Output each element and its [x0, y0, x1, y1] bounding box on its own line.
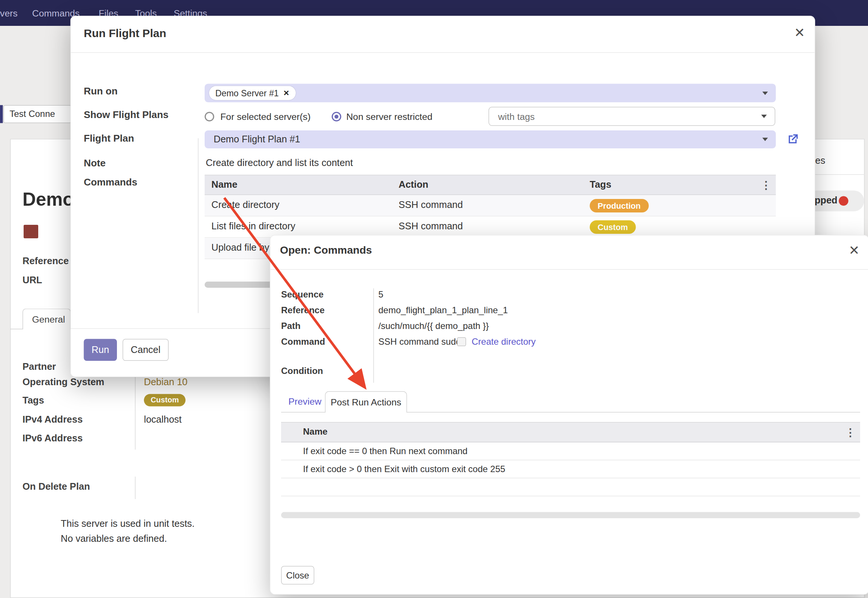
- command-value: SSH command sudo: [379, 337, 461, 347]
- flight-plan-value: Demo Flight Plan #1: [205, 134, 300, 145]
- condition-label: Condition: [281, 366, 323, 376]
- cell-name: Upload file by: [211, 242, 269, 254]
- field-label-partner: Partner: [22, 362, 56, 373]
- open-commands-modal: Open: Commands ✕ Sequence 5 Reference de…: [270, 235, 868, 595]
- col-header-name: Name: [211, 179, 237, 191]
- nav-item-servers-partial[interactable]: vers: [0, 7, 18, 18]
- cell-name: List files in directory: [211, 221, 295, 232]
- server-color-swatch[interactable]: [24, 225, 38, 238]
- with-tags-select[interactable]: with tags: [489, 107, 775, 126]
- path-value: /such/much/{{ demo_path }}: [379, 321, 489, 331]
- open-modal-title: Open: Commands: [280, 244, 372, 256]
- cut-button-sliver[interactable]: [0, 105, 3, 123]
- server-chip[interactable]: Demo Server #1 ✕: [209, 86, 296, 100]
- run-on-label: Run on: [84, 85, 118, 97]
- run-modal-close-icon[interactable]: ✕: [794, 27, 805, 40]
- unit-test-note-line2: No variables are defined.: [61, 534, 167, 545]
- path-label: Path: [281, 321, 301, 331]
- action-rule-text: If exit code > 0 then Exit with custom e…: [303, 464, 506, 474]
- field-label-on-delete-plan: On Delete Plan: [22, 481, 90, 492]
- note-value: Create directory and list its content: [206, 157, 353, 169]
- unit-test-note-line1: This server is used in unit tests.: [61, 518, 195, 529]
- run-on-select[interactable]: Demo Server #1 ✕: [205, 84, 776, 103]
- table-row[interactable]: List files in directory SSH command Cust…: [205, 217, 776, 238]
- sequence-value: 5: [379, 290, 383, 300]
- radio-non-server-restricted-label[interactable]: Non server restricted: [346, 111, 433, 122]
- right-header-divider: [815, 174, 865, 175]
- cancel-button-label: Cancel: [131, 344, 160, 356]
- status-text-partial: pped: [815, 195, 838, 206]
- tag-badge-production: Production: [590, 199, 649, 212]
- open-modal-label-separator: [373, 289, 374, 383]
- table-options-kebab-icon[interactable]: ⋮: [761, 179, 772, 192]
- commands-label: Commands: [84, 176, 138, 188]
- field-label-reference: Reference: [22, 256, 69, 267]
- radio-for-selected-servers[interactable]: [205, 112, 214, 122]
- operating-system-value-link[interactable]: Debian 10: [144, 377, 187, 388]
- table-row[interactable]: If exit code > 0 then Exit with custom e…: [281, 460, 860, 478]
- action-rule-text: If exit code == 0 then Run next command: [303, 446, 468, 456]
- server-title-partial: Demo: [22, 189, 74, 210]
- field-label-url: URL: [22, 275, 42, 286]
- cell-action: SSH command: [399, 221, 463, 232]
- tab-preview[interactable]: Preview: [289, 396, 322, 407]
- run-modal-header-divider: [71, 52, 815, 53]
- field-separator-line-2: [135, 477, 136, 499]
- field-label-ipv6: IPv6 Address: [22, 433, 83, 444]
- caret-down-icon[interactable]: [762, 91, 768, 95]
- run-button[interactable]: Run: [84, 339, 117, 361]
- open-modal-close-icon[interactable]: ✕: [849, 244, 860, 257]
- close-button[interactable]: Close: [281, 566, 314, 585]
- caret-down-icon[interactable]: [761, 115, 767, 118]
- col-header-name: Name: [303, 427, 328, 437]
- flight-plan-label: Flight Plan: [84, 133, 134, 145]
- tab-general[interactable]: General: [22, 309, 71, 330]
- note-label: Note: [84, 157, 106, 169]
- command-checkbox[interactable]: [457, 337, 466, 346]
- caret-down-icon[interactable]: [762, 138, 768, 141]
- field-label-tags: Tags: [22, 395, 44, 407]
- cell-action: SSH command: [399, 200, 463, 211]
- horizontal-scrollbar-track[interactable]: [281, 512, 860, 519]
- radio-non-server-restricted[interactable]: [332, 112, 341, 122]
- right-text-fragment: es: [815, 155, 825, 166]
- run-modal-title: Run Flight Plan: [84, 27, 166, 40]
- server-tag-badge: Custom: [144, 394, 186, 407]
- open-modal-header-divider: [271, 269, 868, 270]
- radio-for-selected-servers-label[interactable]: For selected server(s): [220, 111, 311, 122]
- actions-table-header: Name ⋮: [281, 422, 860, 443]
- run-button-label: Run: [91, 344, 109, 356]
- external-link-icon[interactable]: [786, 133, 799, 146]
- ipv4-value: localhost: [144, 414, 182, 426]
- tab-post-run-actions-label: Post Run Actions: [331, 397, 401, 408]
- command-record-link[interactable]: Create directory: [472, 337, 536, 347]
- close-button-label: Close: [286, 570, 309, 580]
- cancel-button[interactable]: Cancel: [123, 339, 169, 361]
- reference-value: demo_flight_plan_1_plan_line_1: [379, 305, 508, 315]
- col-header-action: Action: [399, 179, 428, 191]
- reference-label: Reference: [281, 305, 325, 315]
- sequence-label: Sequence: [281, 290, 323, 300]
- tag-badge-custom: Custom: [590, 220, 636, 234]
- screen: vers Commands Files Tools Settings Test …: [0, 0, 868, 598]
- col-header-tags: Tags: [590, 179, 612, 191]
- table-row-empty[interactable]: [281, 478, 860, 496]
- table-row[interactable]: If exit code == 0 then Run next command: [281, 443, 860, 460]
- field-label-ipv4: IPv4 Address: [22, 414, 83, 426]
- table-row[interactable]: Create directory SSH command Production: [205, 195, 776, 217]
- command-label: Command: [281, 337, 325, 347]
- status-stopped-dot-icon: [839, 196, 849, 206]
- field-label-operating-system: Operating System: [22, 377, 104, 388]
- show-flight-plans-label: Show Flight Plans: [84, 109, 169, 121]
- chip-remove-icon[interactable]: ✕: [283, 89, 289, 97]
- test-connection-button[interactable]: Test Conne: [3, 105, 72, 123]
- table-options-kebab-icon[interactable]: ⋮: [845, 426, 856, 439]
- server-chip-label: Demo Server #1: [216, 88, 279, 98]
- with-tags-placeholder: with tags: [489, 111, 535, 122]
- tab-post-run-actions[interactable]: Post Run Actions: [325, 391, 407, 413]
- cell-name: Create directory: [211, 200, 279, 211]
- modal-label-separator: [198, 138, 199, 313]
- flight-plan-select[interactable]: Demo Flight Plan #1: [205, 130, 776, 148]
- commands-table-header: Name Action Tags ⋮: [205, 175, 776, 195]
